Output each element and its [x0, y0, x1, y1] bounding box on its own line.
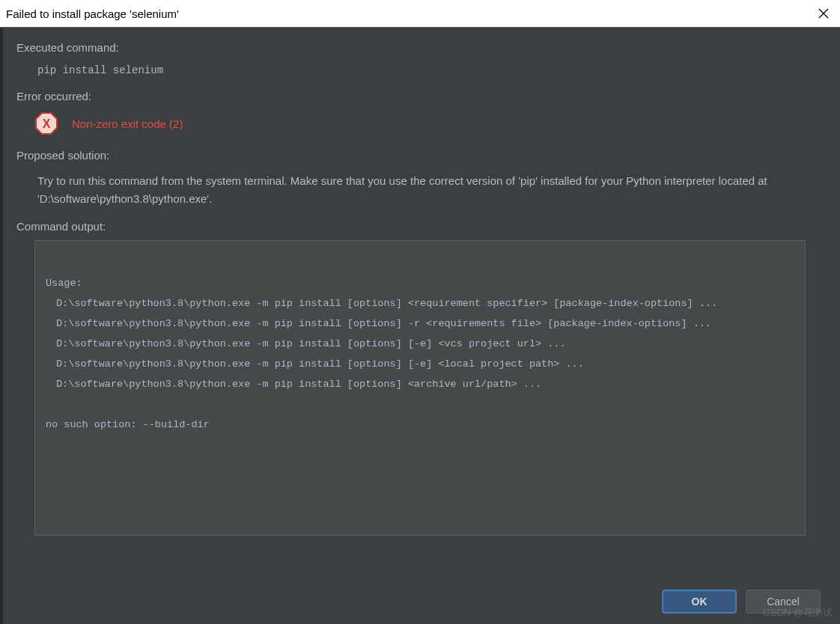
output-error-line: no such option: --build-dir — [46, 415, 794, 435]
output-blank — [46, 253, 794, 273]
executed-command-text: pip install selenium — [16, 61, 824, 90]
output-usage-line: D:\software\python3.8\python.exe -m pip … — [46, 354, 794, 374]
error-label: Error occurred: — [16, 90, 824, 103]
left-edge-decoration — [0, 28, 3, 624]
titlebar: Failed to install package 'selenium' — [0, 0, 840, 28]
output-usage-line: D:\software\python3.8\python.exe -m pip … — [46, 374, 794, 394]
solution-label: Proposed solution: — [16, 149, 824, 162]
svg-text:X: X — [43, 117, 51, 130]
output-usage-line: D:\software\python3.8\python.exe -m pip … — [46, 334, 794, 354]
error-icon: X — [34, 111, 58, 135]
window-title: Failed to install package 'selenium' — [6, 7, 179, 20]
executed-command-label: Executed command: — [16, 41, 824, 54]
close-icon — [818, 8, 829, 19]
output-usage-header: Usage: — [46, 273, 794, 293]
output-usage-line: D:\software\python3.8\python.exe -m pip … — [46, 293, 794, 313]
close-button[interactable] — [816, 6, 831, 21]
output-blank — [46, 394, 794, 415]
solution-text: Try to run this command from the system … — [16, 169, 824, 220]
button-row: OK Cancel — [662, 590, 821, 614]
command-output-box[interactable]: Usage:D:\software\python3.8\python.exe -… — [34, 240, 806, 536]
output-label: Command output: — [16, 220, 824, 233]
dialog-content: Executed command: pip install selenium E… — [0, 28, 840, 536]
ok-button[interactable]: OK — [662, 590, 737, 614]
error-row: X Non-zero exit code (2) — [16, 110, 824, 149]
error-message: Non-zero exit code (2) — [72, 117, 183, 130]
cancel-button[interactable]: Cancel — [746, 590, 821, 614]
output-usage-line: D:\software\python3.8\python.exe -m pip … — [46, 313, 794, 334]
